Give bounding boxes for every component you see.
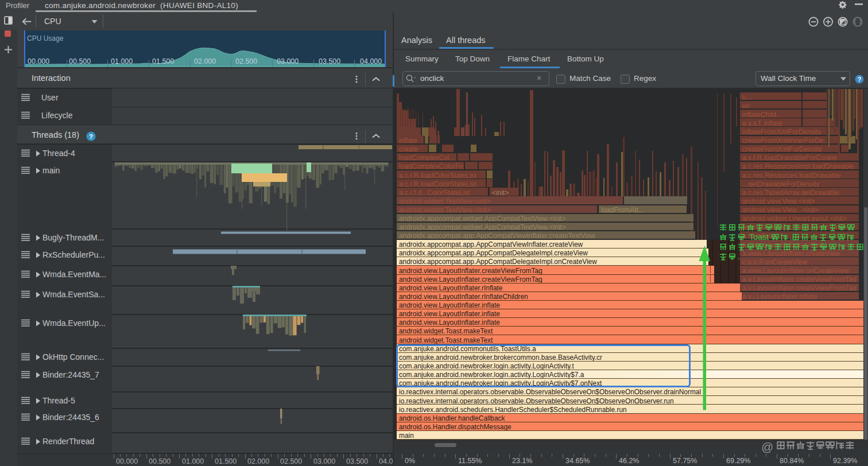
svg-text:?: ? [89,133,93,140]
svg-text:?: ? [858,76,862,83]
svg-text:.: . [738,252,740,261]
svg-text:@: @ [761,440,773,453]
svg-text:.: . [790,232,792,242]
svg-text:Toast: Toast [749,232,769,242]
